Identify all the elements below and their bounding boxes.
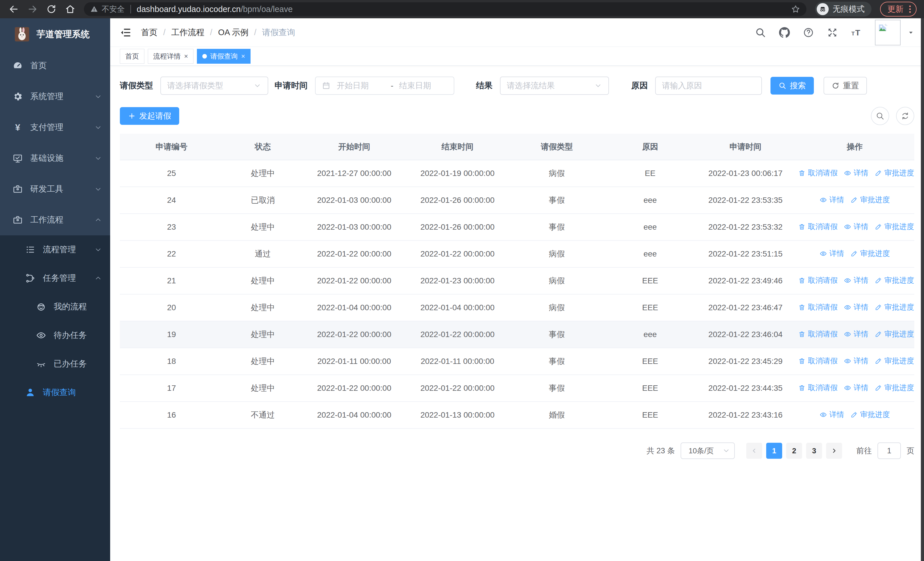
cancel-leave-link[interactable]: 取消请假 <box>798 356 837 366</box>
sidebar-item-payment-management[interactable]: ¥支付管理 <box>0 112 110 143</box>
sidebar-item-process-management[interactable]: 流程管理 <box>0 235 110 264</box>
tab-leave-query[interactable]: 请假查询 × <box>197 49 250 64</box>
leave-type-placeholder: 请选择请假类型 <box>167 80 254 91</box>
action-label: 审批进度 <box>884 222 914 232</box>
home-icon[interactable] <box>65 4 75 14</box>
cell-end-time: 2022-01-26 00:00:00 <box>406 214 509 241</box>
cell-end-time: 2022-01-23 00:00:00 <box>406 267 509 294</box>
sidebar-item-todo-tasks[interactable]: 待办任务 <box>0 321 110 350</box>
result-select[interactable]: 请选择流结果 <box>500 77 609 95</box>
cancel-leave-link[interactable]: 取消请假 <box>798 329 837 339</box>
sidebar-item-system-management[interactable]: 系统管理 <box>0 81 110 112</box>
prev-page-button[interactable] <box>746 443 762 459</box>
address-bar[interactable]: 不安全 dashboard.yudao.iocoder.cn/bpm/oa/le… <box>84 2 806 16</box>
next-page-button[interactable] <box>826 443 842 459</box>
fullscreen-icon[interactable] <box>827 27 838 38</box>
edit-icon <box>874 331 882 338</box>
detail-link[interactable]: 详情 <box>819 410 844 420</box>
avatar-caret-icon[interactable] <box>908 29 914 36</box>
apply-time-range-picker[interactable]: 开始日期 - 结束日期 <box>315 77 454 95</box>
url-host: dashboard.yudao.iocoder.cn <box>137 5 240 14</box>
edit-icon <box>874 304 882 311</box>
bookmark-star-icon[interactable] <box>791 5 800 14</box>
sidebar-item-infrastructure[interactable]: 基础设施 <box>0 143 110 174</box>
help-icon[interactable] <box>803 27 814 38</box>
detail-link[interactable]: 详情 <box>844 302 868 312</box>
page-size-select[interactable]: 10条/页 <box>681 442 735 459</box>
reset-button[interactable]: 重置 <box>824 77 867 95</box>
detail-link[interactable]: 详情 <box>844 329 868 339</box>
forward-icon[interactable] <box>27 4 38 14</box>
browser-scrollbar[interactable] <box>921 18 924 561</box>
show-search-button[interactable] <box>871 107 889 125</box>
face-icon <box>36 302 46 312</box>
approval-progress-link[interactable]: 审批进度 <box>874 302 914 312</box>
refresh-table-button[interactable] <box>896 107 914 125</box>
table-toolbar: 发起请假 <box>120 107 914 125</box>
approval-progress-link[interactable]: 审批进度 <box>850 195 890 205</box>
cancel-leave-link[interactable]: 取消请假 <box>798 275 837 285</box>
sidebar-item-dev-tools[interactable]: 研发工具 <box>0 174 110 205</box>
chevron-down-icon <box>94 93 102 101</box>
edit-icon <box>874 277 882 284</box>
detail-link[interactable]: 详情 <box>844 383 868 393</box>
sidebar-item-done-tasks[interactable]: 已办任务 <box>0 350 110 378</box>
collapse-sidebar-icon[interactable] <box>120 27 131 38</box>
tab-process-detail[interactable]: 流程详情 × <box>148 49 194 64</box>
page-2-button[interactable]: 2 <box>786 443 802 459</box>
sidebar-item-my-process[interactable]: 我的流程 <box>0 292 110 321</box>
cancel-leave-link[interactable]: 取消请假 <box>798 168 837 178</box>
reload-icon[interactable] <box>46 4 57 14</box>
cell-start-time: 2022-01-04 00:00:00 <box>303 294 406 321</box>
close-icon[interactable]: × <box>241 53 245 60</box>
trash-icon <box>798 223 806 230</box>
breadcrumb-oa-example[interactable]: OA 示例 <box>218 27 248 38</box>
cancel-leave-link[interactable]: 取消请假 <box>798 302 837 312</box>
approval-progress-link[interactable]: 审批进度 <box>850 410 890 420</box>
detail-link[interactable]: 详情 <box>844 275 868 285</box>
header-apply-time: 申请时间 <box>696 134 795 160</box>
detail-link[interactable]: 详情 <box>819 248 844 259</box>
detail-link[interactable]: 详情 <box>844 356 868 366</box>
font-size-icon[interactable]: TT <box>851 27 862 38</box>
approval-progress-link[interactable]: 审批进度 <box>874 275 914 285</box>
detail-link[interactable]: 详情 <box>819 195 844 205</box>
search-icon[interactable] <box>755 27 766 38</box>
page-1-button[interactable]: 1 <box>766 443 782 459</box>
browser-menu-dots-icon[interactable] <box>908 5 912 14</box>
github-icon[interactable] <box>779 27 790 38</box>
approval-progress-link[interactable]: 审批进度 <box>874 222 914 232</box>
create-leave-button[interactable]: 发起请假 <box>120 107 179 125</box>
table-row: 20处理中2022-01-04 00:00:002022-01-04 00:00… <box>120 294 914 321</box>
approval-progress-link[interactable]: 审批进度 <box>874 168 914 178</box>
approval-progress-link[interactable]: 审批进度 <box>850 248 890 259</box>
reason-input[interactable] <box>655 77 762 95</box>
app-logo[interactable]: 芋道管理系统 <box>0 18 110 50</box>
cell-end-time: 2022-01-19 00:00:00 <box>406 160 509 187</box>
cancel-leave-link[interactable]: 取消请假 <box>798 383 837 393</box>
sidebar-item-leave-query[interactable]: 请假查询 <box>0 378 110 407</box>
page-3-button[interactable]: 3 <box>806 443 822 459</box>
page-content: 请假类型 请选择请假类型 申请时间 开始日期 - 结束日期 结果 <box>110 66 924 561</box>
approval-progress-link[interactable]: 审批进度 <box>874 356 914 366</box>
tab-home[interactable]: 首页 <box>120 49 144 64</box>
sidebar-item-workflow[interactable]: 工作流程 <box>0 205 110 235</box>
approval-progress-link[interactable]: 审批进度 <box>874 383 914 393</box>
detail-link[interactable]: 详情 <box>844 222 868 232</box>
sidebar-item-home[interactable]: 首页 <box>0 50 110 81</box>
avatar[interactable] <box>875 20 901 45</box>
sidebar-item-label: 流程管理 <box>43 244 94 256</box>
back-icon[interactable] <box>9 4 19 14</box>
update-button[interactable]: 更新 <box>880 2 916 17</box>
approval-progress-link[interactable]: 审批进度 <box>874 329 914 339</box>
detail-link[interactable]: 详情 <box>844 168 868 178</box>
breadcrumb-home[interactable]: 首页 <box>141 27 158 38</box>
sidebar-item-task-management[interactable]: 任务管理 <box>0 264 110 292</box>
search-button[interactable]: 搜索 <box>771 77 814 95</box>
breadcrumb-workflow[interactable]: 工作流程 <box>171 27 204 38</box>
leave-type-select[interactable]: 请选择请假类型 <box>160 77 268 95</box>
cell-id: 16 <box>120 402 223 429</box>
cancel-leave-link[interactable]: 取消请假 <box>798 222 837 232</box>
close-icon[interactable]: × <box>184 53 188 60</box>
goto-page-input[interactable] <box>878 442 901 459</box>
